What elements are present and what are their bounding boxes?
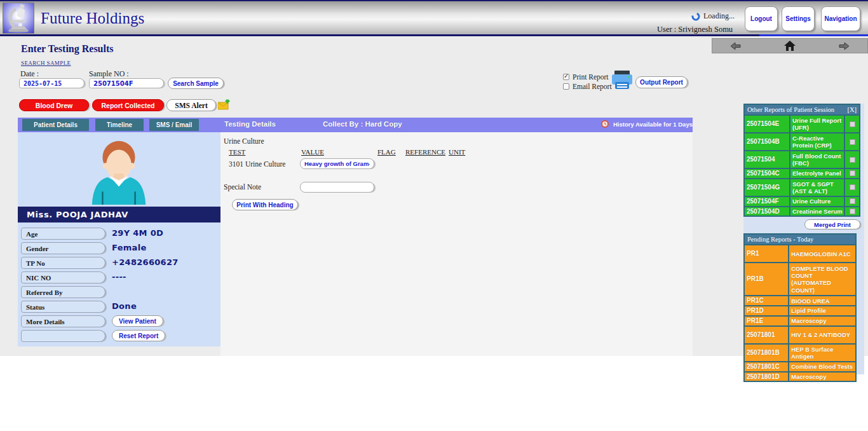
report-name: Creatinine Serum <box>790 207 844 216</box>
patient-row-moredetails: More Details View Patient <box>18 315 220 329</box>
report-id: PR1 <box>745 245 788 262</box>
spinner-icon <box>691 12 700 21</box>
report-name: BIOOD UREA <box>789 296 855 305</box>
email-report-checkbox[interactable] <box>563 83 569 90</box>
tab-sms-email[interactable]: SMS / Email <box>149 119 199 131</box>
report-id: 25071504C <box>745 169 789 178</box>
tab-patient-details[interactable]: Patient Details <box>22 119 89 131</box>
field-value: 29Y 4M 0D <box>112 228 163 238</box>
field-label: NIC NO <box>21 271 105 284</box>
report-id: 25071504E <box>745 116 789 132</box>
special-note-input[interactable] <box>300 182 374 193</box>
sample-no-input[interactable] <box>89 78 164 88</box>
pending-row[interactable]: 25071801C Combine Blood Tests <box>745 362 855 371</box>
field-label: Referred By <box>21 286 105 298</box>
sms-alert-button[interactable]: SMS Alert <box>166 99 216 111</box>
column-header-test: TEST <box>229 148 245 156</box>
report-name: HEP B Surface Antigen <box>789 345 855 361</box>
report-name: Electrolyte Panel <box>790 169 844 178</box>
close-icon[interactable]: [X] <box>847 106 857 113</box>
forward-arrow-icon[interactable] <box>839 42 850 50</box>
pending-row[interactable]: PR1E Macroscopy <box>745 317 855 325</box>
pending-row[interactable]: 25071801 HIV 1 & 2 ANTIBODY <box>745 327 855 343</box>
report-name: HAEMOGLOBIN A1C <box>789 245 855 262</box>
pending-row[interactable]: PR1 HAEMOGLOBIN A1C <box>745 245 855 262</box>
merged-print-button[interactable]: Merged Print <box>804 219 860 229</box>
history-availability[interactable]: History Available for 1 Days <box>601 120 693 128</box>
patient-name: Miss. POOJA JADHAV <box>18 207 220 222</box>
patient-row-status: Status Done <box>18 300 220 315</box>
test-section-title: Urine Culture <box>224 137 264 145</box>
report-id: 25071504F <box>745 197 789 206</box>
report-row[interactable]: 25071504G SGOT & SGPT (AST & ALT) <box>745 179 859 196</box>
header-accent-line <box>759 34 868 36</box>
logout-button[interactable]: Logout <box>745 6 778 31</box>
report-row[interactable]: 25071504C Electrolyte Panel <box>745 169 859 178</box>
pending-row[interactable]: 25071801D Macroscopy <box>745 373 855 381</box>
reset-report-button[interactable]: Reset Report <box>112 330 165 341</box>
date-input[interactable] <box>19 78 85 88</box>
view-patient-button[interactable]: View Patient <box>112 315 163 327</box>
pending-reports-title: Pending Reports - Today <box>747 236 813 243</box>
report-row[interactable]: 25071504D Creatinine Serum <box>745 207 859 216</box>
microscope-icon <box>3 3 34 33</box>
blood-drew-button[interactable]: Blood Drew <box>19 99 89 111</box>
column-header-flag: FLAG <box>377 148 396 156</box>
report-id: PR1E <box>745 317 788 325</box>
sample-no-label: Sample NO : <box>89 69 129 79</box>
report-select-checkbox[interactable] <box>850 139 855 145</box>
report-name: Lipid Profile <box>789 306 855 315</box>
tab-bar: Patient Details Timeline SMS / Email Tes… <box>18 118 693 132</box>
output-report-button[interactable]: Output Report <box>635 76 688 88</box>
home-icon[interactable] <box>784 41 796 51</box>
test-value-input[interactable] <box>300 158 374 169</box>
test-row-name: 3101 Urine Culture <box>229 160 285 168</box>
send-mail-icon[interactable] <box>218 99 231 113</box>
history-clock-icon <box>601 120 609 128</box>
app-window: Future Holdings Loading... User : Srivig… <box>0 0 868 431</box>
search-sample-button[interactable]: Search Sample <box>168 78 224 89</box>
report-id: 25071801 <box>745 327 788 343</box>
loading-indicator: Loading... <box>691 11 735 21</box>
report-row[interactable]: 25071504B C-Reactive Protein (CRP) <box>745 133 859 150</box>
field-label <box>21 330 105 342</box>
patient-row-gender: Gender Female <box>18 242 220 256</box>
field-label: Gender <box>21 242 105 254</box>
report-row[interactable]: 25071504 Full Blood Count (FBC) <box>745 151 859 168</box>
report-select-checkbox[interactable] <box>850 157 855 163</box>
tab-testing-details: Testing Details <box>224 120 276 128</box>
patient-panel: Miss. POOJA JADHAV Age 29Y 4M 0D Gender … <box>18 132 220 346</box>
report-select-checkbox[interactable] <box>850 184 855 190</box>
search-sample-link[interactable]: SEARCH SAMPLE <box>21 60 71 66</box>
print-report-checkbox[interactable] <box>563 74 569 80</box>
report-select-checkbox[interactable] <box>850 170 855 176</box>
report-name: Full Blood Count (FBC) <box>790 151 844 168</box>
report-row[interactable]: 25071504F Urine Culture <box>745 197 859 206</box>
email-report-label: Email Report <box>573 83 612 90</box>
history-navbar <box>712 38 868 53</box>
patient-row-tpno: TP No +2482660627 <box>18 256 220 271</box>
report-collected-button[interactable]: Report Collected <box>92 99 164 111</box>
report-select-checkbox[interactable] <box>850 198 855 204</box>
field-label: Age <box>21 228 105 240</box>
back-arrow-icon[interactable] <box>730 42 741 50</box>
patient-row-referredby: Referred By <box>18 285 220 300</box>
history-availability-text: History Available for 1 Days <box>613 121 693 128</box>
pending-row[interactable]: PR1B COMPLETE BLOOD COUNT (AUTOMATED COU… <box>745 263 855 295</box>
reports-side-panel: Other Reports of Patient Session [X] 250… <box>743 104 864 374</box>
other-reports-table: Other Reports of Patient Session [X] 250… <box>743 104 860 217</box>
report-select-checkbox[interactable] <box>850 209 855 214</box>
pending-row[interactable]: PR1D Lipid Profile <box>745 306 855 315</box>
print-with-heading-button[interactable]: Print With Heading <box>232 199 298 210</box>
pending-row[interactable]: 25071801B HEP B Surface Antigen <box>745 345 855 361</box>
app-header: Future Holdings Loading... User : Srivig… <box>0 0 868 36</box>
field-label: More Details <box>21 315 105 327</box>
column-header-unit: UNIT <box>449 148 465 156</box>
navigation-button[interactable]: Navigation <box>821 6 860 31</box>
printer-icon[interactable] <box>611 71 634 92</box>
report-row[interactable]: 25071504E Urine Full Report (UFR) <box>745 116 859 132</box>
tab-timeline[interactable]: Timeline <box>95 119 144 131</box>
report-select-checkbox[interactable] <box>850 121 855 127</box>
settings-button[interactable]: Settings <box>782 6 815 31</box>
pending-row[interactable]: PR1C BIOOD UREA <box>745 296 855 305</box>
